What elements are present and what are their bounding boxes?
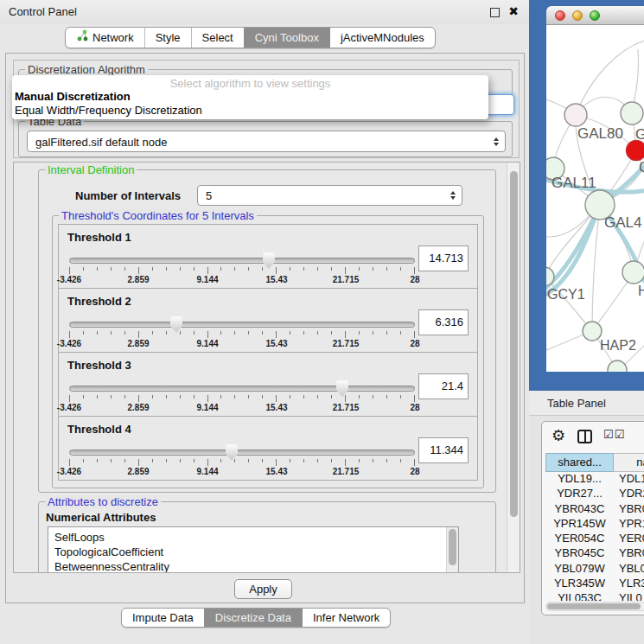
threshold-value-field[interactable]: 14.713 <box>418 245 469 271</box>
cell-shared-name[interactable]: YBR043C <box>545 502 614 517</box>
split-columns-icon[interactable] <box>577 430 592 443</box>
tick-mark <box>345 395 346 402</box>
column-header-name[interactable]: name <box>614 453 644 472</box>
tick-mark <box>138 331 139 338</box>
table-row[interactable]: YBR043CYBR0 <box>545 502 644 517</box>
table-row[interactable]: YPR145WYPR1 <box>545 517 644 532</box>
tick-label: 15.43 <box>265 403 287 412</box>
tab-jactivemnodules-label: jActiveMNodules <box>341 28 424 48</box>
node-hap2[interactable] <box>583 322 602 341</box>
tick-mark <box>373 395 373 399</box>
slider-track[interactable] <box>69 450 415 456</box>
cell-name[interactable]: YDL1 <box>614 472 644 487</box>
table-row[interactable]: YDR27...YDR2 <box>545 487 644 501</box>
tick-mark <box>111 395 112 399</box>
node-red-selected[interactable] <box>627 141 644 161</box>
numerical-attributes-list[interactable]: SelfLoopsTopologicalCoefficientBetweenne… <box>48 526 459 573</box>
slider-track[interactable] <box>69 322 415 328</box>
cell-name[interactable]: YDR2 <box>614 487 644 501</box>
threshold-value-field[interactable]: 21.4 <box>418 373 469 399</box>
dropdown-option-equal-width[interactable]: Equal Width/Frequency Discretization <box>12 104 488 118</box>
apply-button[interactable]: Apply <box>234 579 292 599</box>
minimize-traffic-light-icon[interactable] <box>572 10 583 21</box>
tick-mark <box>69 459 70 466</box>
checkbox-icons[interactable]: ☑☑ <box>603 428 625 441</box>
threshold-row: Threshold 2 -3.4262.8599.14415.4321.7152… <box>58 288 478 353</box>
cell-name[interactable]: YBR0 <box>614 502 644 517</box>
tab-jactivemnodules[interactable]: jActiveMNodules <box>329 28 435 48</box>
table-row[interactable]: YLR345WYLR3 <box>545 577 644 591</box>
column-header-shared[interactable]: shared... <box>545 453 614 472</box>
tab-cyni-toolbox[interactable]: Cyni Toolbox <box>244 28 329 48</box>
tab-style[interactable]: Style <box>144 28 191 48</box>
tick-label: 9.144 <box>196 403 218 412</box>
cell-shared-name[interactable]: YER054C <box>545 532 614 546</box>
node-h[interactable] <box>622 261 644 284</box>
list-scrollbar-thumb[interactable] <box>449 529 456 565</box>
node-gal80[interactable] <box>564 104 587 126</box>
vertical-scrollbar-thumb[interactable] <box>510 171 518 517</box>
threshold-slider[interactable]: -3.4262.8599.14415.4321.71528 <box>69 379 415 415</box>
tick-mark <box>331 331 332 335</box>
dropdown-prompt: Select algorithm to view settings <box>12 75 488 90</box>
tick-mark <box>262 459 263 462</box>
threshold-value-field[interactable]: 11.344 <box>418 437 469 463</box>
tab-discretize-data[interactable]: Discretize Data <box>204 609 302 627</box>
node-bottom-partial[interactable] <box>608 360 627 372</box>
threshold-slider[interactable]: -3.4262.8599.14415.4321.71528 <box>69 315 415 351</box>
cell-name[interactable]: YBR0 <box>614 546 644 561</box>
cell-shared-name[interactable]: YDL19... <box>545 472 614 487</box>
tick-label: 9.144 <box>196 339 218 348</box>
slider-track[interactable] <box>69 258 415 264</box>
tick-label: 28 <box>410 339 419 348</box>
cell-name[interactable]: YLR3 <box>614 577 644 591</box>
tab-infer-network[interactable]: Infer Network <box>302 609 390 627</box>
threshold-slider[interactable]: -3.4262.8599.14415.4321.71528 <box>69 443 415 479</box>
table-row[interactable]: YBR045CYBR0 <box>545 546 644 561</box>
top-tab-bar: Network Style Select Cyni Toolbox jActiv… <box>65 27 436 48</box>
cell-name[interactable]: YIL0 <box>614 591 644 601</box>
cell-shared-name[interactable]: YLR345W <box>545 577 614 591</box>
tick-mark <box>83 331 84 335</box>
close-icon[interactable]: ✖ <box>508 4 519 18</box>
node-label-partial-c: C <box>639 159 644 175</box>
table-data-combobox[interactable]: galFiltered.sif default node <box>27 131 506 152</box>
attribute-list-item[interactable]: SelfLoops <box>48 530 458 545</box>
zoom-traffic-light-icon[interactable] <box>590 10 600 21</box>
tab-impute-data[interactable]: Impute Data <box>122 609 204 627</box>
attribute-list-item[interactable]: TopologicalCoefficient <box>48 545 458 559</box>
table-row[interactable]: YDL19...YDL1 <box>545 472 644 487</box>
gear-icon[interactable]: ⚙ <box>552 426 565 445</box>
cell-name[interactable]: YPR1 <box>614 517 644 532</box>
cell-shared-name[interactable]: YBR045C <box>545 546 614 561</box>
tick-mark <box>194 395 194 399</box>
threshold-slider[interactable]: -3.4262.8599.14415.4321.71528 <box>69 251 415 287</box>
dropdown-option-manual[interactable]: Manual Discretization <box>12 90 488 104</box>
table-row[interactable]: YER054CYER0 <box>545 532 644 546</box>
node-top-right[interactable] <box>621 102 643 124</box>
vertical-scrollbar[interactable] <box>507 163 520 572</box>
network-canvas[interactable]: GAL80 GA C GAL11 GAL4 GCY1 H HAP2 <box>546 25 644 372</box>
tab-select[interactable]: Select <box>191 28 244 48</box>
horizontal-scrollbar[interactable] <box>545 602 644 611</box>
list-scrollbar[interactable] <box>446 527 458 573</box>
cell-shared-name[interactable]: YIL053C <box>545 591 614 601</box>
cyni-toolbox-panel: Discretization Algorithm Table Data galF… <box>5 53 525 603</box>
close-traffic-light-icon[interactable] <box>555 10 565 21</box>
threshold-value-field[interactable]: 6.316 <box>418 309 469 335</box>
slider-track[interactable] <box>69 386 415 392</box>
cell-shared-name[interactable]: YDR27... <box>545 487 614 501</box>
cell-name[interactable]: YER0 <box>614 532 644 546</box>
number-of-intervals-combobox[interactable]: 5 <box>197 185 462 206</box>
table-row[interactable]: YIL053CYIL0 <box>545 591 644 601</box>
cell-name[interactable]: YBL0 <box>614 562 644 577</box>
float-window-icon[interactable] <box>490 8 500 17</box>
horizontal-scrollbar-thumb[interactable] <box>547 603 641 609</box>
table-row[interactable]: YBL079WYBL0 <box>545 562 644 577</box>
cell-shared-name[interactable]: YPR145W <box>545 517 614 532</box>
cell-shared-name[interactable]: YBL079W <box>545 562 614 577</box>
stepper-arrows-icon <box>494 137 499 146</box>
tick-mark <box>194 459 194 462</box>
attribute-list-item[interactable]: BetweennessCentrality <box>48 559 458 573</box>
tab-network[interactable]: Network <box>66 28 144 48</box>
